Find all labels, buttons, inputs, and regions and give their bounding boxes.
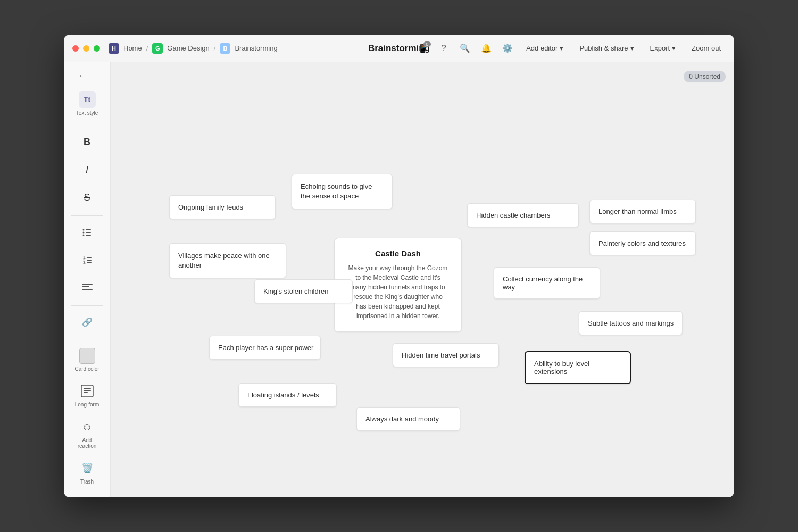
card-collect-currency[interactable]: Collect currency along the way [494, 267, 600, 299]
back-button[interactable]: ← [70, 69, 94, 82]
sidebar-item-long-form[interactable]: Long-form [69, 378, 106, 412]
svg-rect-1 [86, 229, 91, 230]
sidebar: ← Tt Text style B I S [64, 62, 111, 497]
svg-rect-3 [86, 232, 91, 233]
castle-dash-title: Castle Dash [347, 249, 448, 258]
unsorted-badge[interactable]: 0 Unsorted [684, 71, 726, 82]
publish-share-button[interactable]: Publish & share ▾ [575, 41, 638, 55]
sidebar-item-strikethrough[interactable]: S [69, 185, 106, 210]
app-window: H Home / G Game Design / B Brainstorming… [64, 35, 734, 497]
breadcrumb-sep-2: / [214, 44, 216, 52]
breadcrumb-game-icon[interactable]: G [152, 43, 163, 54]
card-always-dark-moody[interactable]: Always dark and moody [356, 407, 460, 431]
zoom-out-button[interactable]: Zoom out [687, 41, 726, 55]
svg-rect-14 [82, 289, 93, 290]
svg-rect-13 [82, 286, 89, 287]
card-subtle-tattoos[interactable]: Subtle tattoos and markings [579, 311, 683, 335]
sidebar-item-bold[interactable]: B [69, 129, 106, 155]
breadcrumb: H Home / G Game Design / B Brainstorming [109, 43, 278, 54]
sidebar-item-text-style[interactable]: Tt Text style [69, 87, 106, 120]
close-button[interactable] [72, 45, 79, 52]
card-longer-than-normal-limbs[interactable]: Longer than normal limbs [589, 200, 696, 223]
svg-rect-17 [84, 390, 91, 391]
traffic-lights [72, 45, 100, 52]
link-icon: 🔗 [79, 313, 96, 330]
bullet-list-icon [79, 223, 96, 240]
titlebar-actions: 📱 0 ? 🔍 🔔 ⚙️ Add editor ▾ Publish & shar… [415, 41, 726, 56]
svg-rect-12 [82, 284, 93, 285]
sidebar-item-italic[interactable]: I [69, 157, 106, 182]
breadcrumb-brain-label[interactable]: Brainstorming [235, 44, 277, 52]
trash-label: Trash [80, 479, 94, 485]
sidebar-divider-3 [71, 305, 103, 306]
sidebar-divider-4 [71, 340, 103, 340]
titlebar: H Home / G Game Design / B Brainstorming… [64, 35, 734, 62]
card-each-player-superpower[interactable]: Each player has a super power [209, 336, 321, 360]
content-area: ← Tt Text style B I S [64, 62, 734, 497]
card-color-icon [79, 348, 95, 364]
publish-chevron-icon: ▾ [630, 44, 634, 52]
sidebar-item-bullet-list[interactable] [69, 219, 106, 245]
sidebar-item-align[interactable] [69, 275, 106, 300]
add-editor-chevron-icon: ▾ [560, 44, 563, 52]
card-villages-make-peace[interactable]: Villages make peace with one another [169, 243, 286, 278]
sidebar-bottom: 🗑️ Trash [69, 455, 106, 491]
breadcrumb-game-label[interactable]: Game Design [167, 44, 209, 52]
svg-rect-9 [87, 260, 92, 261]
breadcrumb-sep-1: / [146, 44, 148, 52]
sidebar-item-trash[interactable]: 🗑️ Trash [69, 455, 106, 489]
canvas[interactable]: 0 Unsorted Ongoing family feuds Echoing … [111, 62, 734, 497]
svg-point-0 [82, 229, 84, 231]
device-badge: 0 [423, 41, 431, 47]
castle-dash-body: Make your way through the Gozom to the M… [347, 263, 448, 321]
text-style-label: Text style [76, 110, 98, 116]
sidebar-item-link[interactable]: 🔗 [69, 309, 106, 335]
trash-icon: 🗑️ [79, 460, 96, 477]
svg-text:3.: 3. [83, 261, 86, 264]
align-icon [79, 279, 96, 296]
card-floating-islands[interactable]: Floating islands / levels [238, 383, 337, 407]
export-button[interactable]: Export ▾ [645, 41, 681, 55]
add-editor-button[interactable]: Add editor ▾ [521, 41, 568, 55]
long-form-label: Long-form [75, 402, 99, 408]
svg-point-2 [82, 232, 84, 234]
sidebar-divider-2 [71, 215, 103, 216]
sidebar-item-numbered-list[interactable]: 1. 2. 3. [69, 247, 106, 272]
card-painterly-colors[interactable]: Painterly colors and textures [589, 231, 696, 255]
italic-icon: I [79, 161, 96, 178]
sidebar-item-card-color[interactable]: Card color [69, 344, 106, 376]
breadcrumb-home-label[interactable]: Home [123, 44, 142, 52]
long-form-icon [79, 383, 96, 400]
card-ongoing-family-feuds[interactable]: Ongoing family feuds [169, 195, 276, 219]
svg-rect-7 [87, 257, 92, 258]
settings-icon[interactable]: ⚙️ [500, 41, 515, 56]
strikethrough-icon: S [79, 189, 96, 206]
device-symbol: 📱 0 [418, 44, 428, 53]
numbered-list-icon: 1. 2. 3. [79, 251, 96, 268]
sidebar-divider-1 [71, 126, 103, 126]
export-chevron-icon: ▾ [672, 44, 676, 52]
breadcrumb-home-icon[interactable]: H [109, 43, 119, 54]
svg-rect-18 [84, 392, 88, 393]
text-style-icon: Tt [79, 91, 96, 108]
help-icon[interactable]: ? [436, 41, 451, 56]
svg-rect-5 [86, 235, 91, 236]
search-icon[interactable]: 🔍 [458, 41, 472, 56]
minimize-button[interactable] [83, 45, 89, 52]
card-echoing-sounds[interactable]: Echoing sounds to give the sense of spac… [292, 174, 393, 209]
breadcrumb-brain-icon[interactable]: B [220, 43, 230, 54]
notifications-icon[interactable]: 🔔 [479, 41, 494, 56]
card-color-label: Card color [74, 366, 99, 372]
svg-point-4 [82, 235, 84, 236]
add-reaction-label: Add reaction [73, 437, 102, 449]
card-castle-dash[interactable]: Castle Dash Make your way through the Go… [334, 238, 462, 332]
card-kings-stolen-children[interactable]: King's stolen children [254, 279, 353, 303]
bold-icon: B [79, 134, 96, 151]
card-hidden-castle-chambers[interactable]: Hidden castle chambers [467, 203, 579, 227]
svg-rect-16 [84, 388, 91, 389]
fullscreen-button[interactable] [94, 45, 100, 52]
card-hidden-time-travel[interactable]: Hidden time travel portals [393, 343, 499, 367]
card-ability-buy-level[interactable]: Ability to buy level extensions [525, 351, 631, 384]
svg-rect-11 [87, 262, 92, 263]
sidebar-item-add-reaction[interactable]: ☺ Add reaction [69, 414, 106, 453]
